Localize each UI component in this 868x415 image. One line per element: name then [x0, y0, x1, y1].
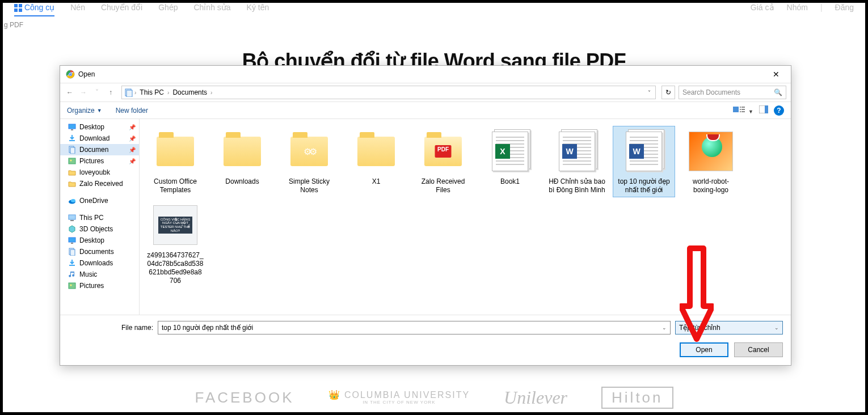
- nav-item-3[interactable]: Ghép: [158, 3, 178, 16]
- address-dropdown[interactable]: ˅: [646, 90, 653, 96]
- file-label: world-robot-boxing-logo: [682, 177, 739, 194]
- sidebar-item[interactable]: Documen📌: [60, 144, 139, 155]
- pictures-icon: [68, 157, 76, 165]
- file-thumb: [354, 129, 398, 174]
- nav-recent-button[interactable]: ˅: [92, 88, 102, 96]
- nav-item-0[interactable]: Công cụ: [14, 3, 54, 16]
- chevron-down-icon: ▼: [97, 108, 102, 113]
- search-box[interactable]: Search Documents 🔍: [679, 86, 786, 99]
- help-button[interactable]: ?: [774, 105, 784, 116]
- nav-forward-button[interactable]: →: [78, 88, 89, 96]
- file-item[interactable]: Wtop 10 người đẹp nhất thế giới: [613, 126, 675, 197]
- thispc-icon: [68, 214, 76, 222]
- sidebar-item[interactable]: Desktop: [60, 235, 139, 246]
- file-label: HĐ Chỉnh sửa bao bì Đông Bình Minh: [549, 177, 605, 194]
- file-item[interactable]: WHĐ Chỉnh sửa bao bì Đông Bình Minh: [546, 126, 608, 197]
- chevron-down-icon[interactable]: ⌄: [662, 325, 667, 331]
- login-link[interactable]: Đăng: [835, 3, 854, 15]
- filename-input[interactable]: [162, 324, 662, 332]
- open-dialog: Open ✕ ← → ˅ ↑ › This PC › Documents › ˅…: [60, 65, 791, 366]
- hilton-logo: Hilton: [601, 387, 673, 409]
- nav-item-2[interactable]: Chuyển đổi: [101, 3, 142, 16]
- file-label: Book1: [482, 177, 538, 186]
- sidebar-item[interactable]: Zalo Received: [60, 178, 139, 189]
- breadcrumb-this-pc[interactable]: This PC: [137, 88, 166, 96]
- chevron-right-icon: ›: [134, 90, 136, 96]
- svg-rect-20: [69, 124, 75, 129]
- nav-up-button[interactable]: ↑: [106, 88, 116, 96]
- pin-icon: 📌: [129, 135, 136, 142]
- search-placeholder: Search Documents: [682, 88, 740, 96]
- address-bar[interactable]: › This PC › Documents › ˅: [121, 86, 656, 99]
- nav-item-1[interactable]: Nén: [70, 3, 85, 16]
- preview-pane-button[interactable]: [759, 105, 768, 115]
- unilever-logo: Unilever: [504, 387, 567, 408]
- svg-rect-14: [740, 111, 741, 112]
- file-item[interactable]: XBook1: [479, 126, 541, 197]
- svg-rect-12: [740, 107, 741, 108]
- file-thumb: W: [555, 129, 599, 174]
- nav-item-5[interactable]: Ký tên: [247, 3, 269, 16]
- sidebar-item[interactable]: 3D Objects: [60, 223, 139, 235]
- cancel-button[interactable]: Cancel: [734, 342, 783, 357]
- file-item[interactable]: X1: [345, 126, 407, 197]
- file-item[interactable]: CÔNG VIỆC HÀNG NGÀY CỦA MỘT TESTER NHƯ T…: [144, 200, 207, 288]
- folder-icon: [68, 168, 76, 176]
- file-item[interactable]: world-robot-boxing-logo: [680, 126, 742, 197]
- refresh-button[interactable]: ↻: [661, 86, 675, 99]
- file-item[interactable]: Simple Sticky Notes: [278, 126, 340, 197]
- sidebar-item[interactable]: Downloads: [60, 257, 139, 269]
- svg-rect-11: [733, 107, 739, 112]
- file-label: X1: [348, 177, 404, 186]
- filetype-combo[interactable]: Tệp tùy chỉnh ⌄: [675, 321, 783, 334]
- file-thumb: W: [622, 129, 666, 174]
- pin-icon: 📌: [129, 158, 136, 164]
- sidebar-item[interactable]: OneDrive: [60, 195, 139, 206]
- file-item[interactable]: Zalo Received Files: [412, 126, 474, 197]
- chevron-right-icon: ›: [210, 90, 212, 96]
- svg-rect-24: [70, 147, 75, 154]
- open-button[interactable]: Open: [680, 342, 728, 357]
- dialog-nav: ← → ˅ ↑ › This PC › Documents › ˅ ↻ Sear…: [60, 83, 791, 102]
- svg-rect-22: [69, 140, 75, 141]
- filename-label: File name:: [68, 324, 153, 332]
- brand-logos: FACEBOOK 👑 COLUMBIA UNIVERSITY IN THE CI…: [3, 387, 865, 409]
- sidebar-item[interactable]: This PC: [60, 212, 139, 223]
- chrome-icon: [66, 70, 75, 79]
- view-mode-button[interactable]: ▼: [733, 105, 753, 115]
- svg-rect-37: [69, 283, 75, 289]
- filename-combo[interactable]: ⌄: [158, 321, 671, 334]
- svg-rect-1: [19, 4, 22, 7]
- sidebar-item[interactable]: Pictures: [60, 280, 139, 291]
- svg-rect-2: [14, 9, 18, 12]
- file-thumb: [220, 129, 264, 174]
- chevron-down-icon[interactable]: ⌄: [774, 325, 779, 331]
- nav-right-item[interactable]: Nhóm: [787, 3, 808, 15]
- svg-rect-0: [14, 4, 18, 7]
- sidebar-item[interactable]: Documents: [60, 246, 139, 257]
- columbia-logo: 👑 COLUMBIA UNIVERSITY IN THE CITY OF NEW…: [328, 390, 470, 405]
- svg-rect-15: [741, 107, 745, 108]
- pictures-icon: [68, 282, 76, 290]
- file-item[interactable]: Downloads: [211, 126, 273, 197]
- sidebar-item[interactable]: Pictures📌: [60, 155, 139, 167]
- nav-item-4[interactable]: Chỉnh sửa: [193, 3, 230, 16]
- new-folder-button[interactable]: New folder: [116, 107, 148, 115]
- nav-right-item[interactable]: Giá cả: [751, 3, 774, 15]
- sidebar: Desktop📌Download📌Documen📌Pictures📌loveyo…: [60, 119, 140, 315]
- sidebar-item[interactable]: Download📌: [60, 133, 139, 144]
- svg-point-28: [71, 199, 75, 202]
- file-grid: Custom Office TemplatesDownloadsSimple S…: [140, 119, 791, 315]
- sidebar-item[interactable]: Music: [60, 269, 139, 280]
- breadcrumb-documents[interactable]: Documents: [170, 88, 209, 96]
- svg-point-8: [69, 73, 71, 75]
- sidebar-item[interactable]: Desktop📌: [60, 121, 139, 133]
- sidebar-item[interactable]: loveyoubk: [60, 167, 139, 178]
- svg-rect-36: [69, 265, 75, 266]
- subline-text: g PDF: [3, 21, 865, 29]
- nav-back-button[interactable]: ←: [65, 88, 75, 96]
- organize-menu[interactable]: Organize ▼: [67, 107, 102, 115]
- file-item[interactable]: Custom Office Templates: [144, 126, 207, 197]
- close-button[interactable]: ✕: [767, 69, 785, 80]
- svg-rect-31: [70, 220, 74, 221]
